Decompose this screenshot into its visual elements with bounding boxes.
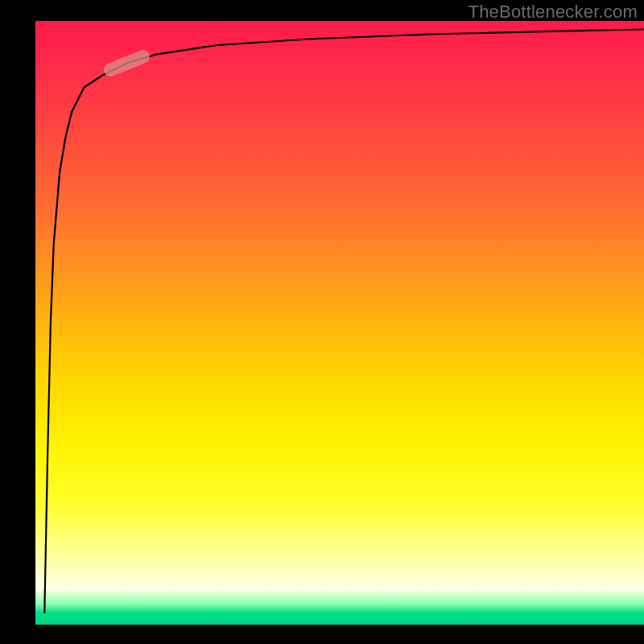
curve-layer bbox=[35, 21, 644, 625]
plot-area bbox=[35, 21, 644, 625]
bottleneck-curve bbox=[44, 30, 644, 613]
chart-frame: TheBottlenecker.com bbox=[0, 0, 644, 644]
watermark-text: TheBottlenecker.com bbox=[469, 2, 638, 23]
curve-marker bbox=[101, 48, 151, 79]
